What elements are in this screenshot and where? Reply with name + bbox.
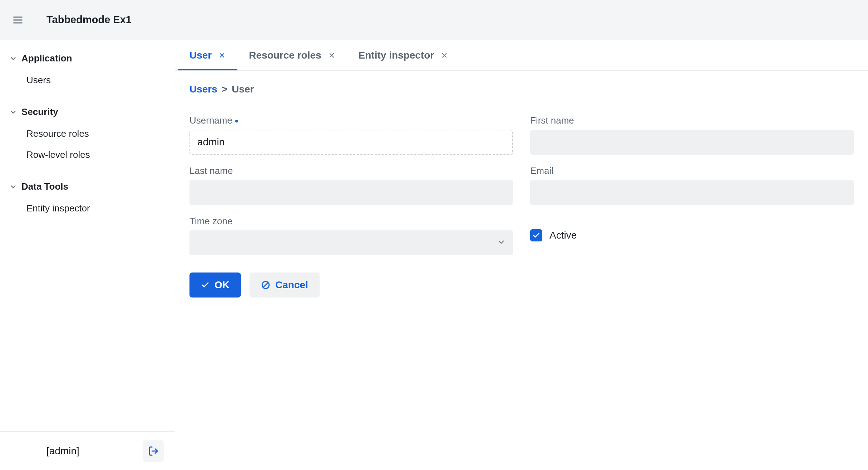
field-email: Email [530,165,854,205]
tab-entity-inspector[interactable]: Entity inspector [347,42,460,70]
sidebar-item-users[interactable]: Users [0,70,175,91]
active-label: Active [549,230,577,241]
menu-button[interactable] [11,13,25,27]
label-email: Email [530,165,854,176]
app-title: Tabbedmode Ex1 [46,14,132,26]
sidebar-item-entity-inspector[interactable]: Entity inspector [0,198,175,219]
nav-section-application: Application Users [0,47,175,91]
content: Users > User Username First name [175,71,868,310]
chevron-down-icon [9,183,17,191]
hamburger-icon [13,16,23,24]
ban-icon [261,280,270,290]
first-name-input[interactable] [530,130,854,155]
svg-line-11 [263,283,268,288]
ok-button-label: OK [214,279,230,291]
nav-section-header-security[interactable]: Security [0,101,175,123]
tab-resource-roles[interactable]: Resource roles [237,42,347,70]
breadcrumb: Users > User [189,84,854,95]
label-last-name: Last name [189,165,513,176]
label-time-zone: Time zone [189,216,513,227]
ok-button[interactable]: OK [189,272,241,298]
tab-close-resource-roles[interactable] [328,51,336,59]
nav-section-label: Security [21,106,58,118]
breadcrumb-link-users[interactable]: Users [189,84,217,95]
time-zone-select[interactable] [189,230,513,255]
cancel-button-label: Cancel [275,279,308,291]
sidebar-item-row-level-roles[interactable]: Row-level roles [0,144,175,165]
form-actions: OK Cancel [189,272,854,298]
last-name-input[interactable] [189,180,513,205]
label-username: Username [189,115,513,126]
current-user-label: [admin] [46,445,79,457]
nav-section-data-tools: Data Tools Entity inspector [0,175,175,219]
breadcrumb-current: User [232,84,254,95]
logout-icon [148,446,159,456]
chevron-down-icon [9,108,17,116]
tab-close-entity-inspector[interactable] [440,51,448,59]
active-checkbox[interactable] [530,229,542,241]
username-input[interactable] [189,130,513,155]
tab-label: User [189,50,212,61]
time-zone-input[interactable] [189,230,513,255]
chevron-down-icon [9,55,17,62]
nav-section-header-data-tools[interactable]: Data Tools [0,175,175,198]
nav-section-label: Application [21,53,72,64]
nav-section-header-application[interactable]: Application [0,47,175,70]
tab-label: Resource roles [249,50,321,61]
sidebar: Application Users Security Resource role… [0,40,175,470]
nav: Application Users Security Resource role… [0,40,175,229]
required-indicator-icon [235,120,238,122]
cancel-button[interactable]: Cancel [250,272,320,298]
sidebar-item-resource-roles[interactable]: Resource roles [0,123,175,144]
tab-bar: User Resource roles Entity inspector [175,40,868,71]
sidebar-footer: [admin] [0,431,175,470]
main: User Resource roles Entity inspector [175,40,868,470]
user-form: Username First name Last name Email [189,115,854,255]
logout-button[interactable] [143,440,164,462]
tab-label: Entity inspector [359,50,434,61]
email-input[interactable] [530,180,854,205]
label-first-name: First name [530,115,854,126]
app-header: Tabbedmode Ex1 [0,0,868,40]
tab-user[interactable]: User [178,42,237,70]
field-first-name: First name [530,115,854,155]
field-time-zone: Time zone [189,216,513,255]
check-icon [201,281,209,289]
field-active: Active [530,216,854,255]
field-username: Username [189,115,513,155]
field-last-name: Last name [189,165,513,205]
breadcrumb-separator: > [222,84,227,95]
close-icon [441,52,448,59]
close-icon [219,52,225,59]
tab-close-user[interactable] [218,51,226,59]
check-icon [532,231,540,239]
nav-section-label: Data Tools [21,181,68,192]
nav-section-security: Security Resource roles Row-level roles [0,101,175,165]
close-icon [329,52,335,59]
